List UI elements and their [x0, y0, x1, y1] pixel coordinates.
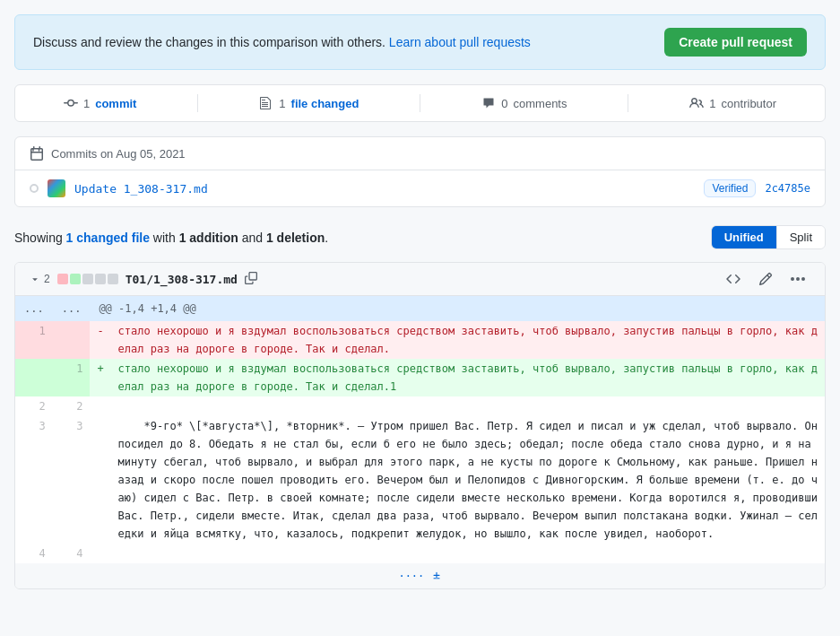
more-options-button[interactable]: [785, 270, 810, 288]
calendar-icon: [30, 146, 44, 161]
contributor-icon: [689, 96, 704, 110]
added-indicator: [70, 274, 81, 284]
context-line-3: 3 3 *9-го* \[*августа*\], *вторник*. — У…: [15, 416, 825, 544]
diff-table: ... ... @@ -1,4 +1,4 @@ 1 - стало нехоро…: [15, 296, 825, 588]
unchanged-indicator-3: [108, 274, 118, 284]
ctx4-content: [111, 544, 825, 563]
deletions-text: 1 deletion: [266, 231, 325, 245]
files-stat: 1 file changed: [259, 96, 359, 110]
deleted-line-content: стало нехорошо и я вздумал воспользовать…: [111, 321, 825, 359]
commits-stat: 1 commit: [64, 96, 136, 110]
ctx3-old-num: 3: [15, 416, 53, 544]
deleted-old-line-num: 1: [15, 321, 53, 359]
pull-request-banner: Discuss and review the changes in this c…: [14, 14, 826, 70]
hunk-line-num-2: ...: [53, 296, 91, 321]
banner-text: Discuss and review the changes in this c…: [33, 35, 531, 49]
commits-count: 1: [83, 97, 90, 110]
changed-file-link[interactable]: 1 changed file: [66, 231, 150, 245]
files-count: 1: [279, 97, 285, 110]
ctx2-content: [111, 396, 825, 416]
commit-dot: [30, 184, 39, 193]
diff-header-left: 2 T01/1_308-317.md: [30, 272, 257, 287]
contributors-count: 1: [709, 97, 715, 110]
deleted-line-row: 1 - стало нехорошо и я вздумал воспользо…: [15, 321, 825, 359]
files-link[interactable]: file changed: [291, 97, 359, 110]
hunk-header-content: @@ -1,4 +1,4 @@: [90, 296, 825, 321]
expand-dots: ····: [398, 570, 424, 582]
files-changed-header: Showing 1 changed file with 1 addition a…: [14, 222, 826, 253]
deleted-new-line-num: [53, 321, 91, 359]
copy-filename-button[interactable]: [245, 272, 257, 287]
collapse-button[interactable]: 2: [30, 273, 50, 285]
context-line-2: 2 2: [15, 396, 825, 416]
commits-date-header: Commits on Aug 05, 2021: [51, 147, 186, 161]
create-pull-request-button[interactable]: Create pull request: [664, 28, 807, 57]
ctx2-sign: [90, 396, 110, 416]
hunk-line-num-1: ...: [15, 296, 53, 321]
edit-file-button[interactable]: [753, 270, 778, 288]
commits-icon: [64, 96, 78, 110]
unchanged-indicator-1: [82, 274, 93, 284]
added-old-line-num: [15, 359, 53, 396]
code-icon: [726, 272, 740, 286]
ctx4-new-num: 4: [53, 544, 91, 563]
ctx4-old-num: 4: [15, 544, 53, 563]
commits-section: Commits on Aug 05, 2021 Update 1_308-317…: [14, 136, 826, 207]
added-line-content: стало нехорошо и я вздумал воспользовать…: [111, 359, 825, 396]
comments-icon: [481, 96, 496, 110]
ctx3-sign: [90, 416, 110, 544]
contributors-stat: 1 contributor: [689, 96, 776, 110]
deleted-indicator: [57, 274, 68, 284]
expand-icon: [431, 571, 442, 582]
commits-header: Commits on Aug 05, 2021: [15, 137, 825, 170]
view-toggle: Unified Split: [711, 225, 826, 249]
contributors-label: contributor: [722, 97, 776, 110]
split-view-button[interactable]: Split: [777, 226, 825, 248]
unified-view-button[interactable]: Unified: [712, 226, 777, 248]
stat-divider-2: [420, 94, 420, 112]
unchanged-indicator-2: [95, 274, 106, 284]
diff-file-header: 2 T01/1_308-317.md: [15, 263, 825, 296]
with-text: with: [153, 231, 176, 245]
ctx3-content: *9-го* \[*августа*\], *вторник*. — Утром…: [111, 416, 825, 544]
added-line-row: 1 + стало нехорошо и я вздумал воспользо…: [15, 359, 825, 396]
learn-about-pr-link[interactable]: Learn about pull requests: [389, 35, 531, 49]
ctx3-new-num: 3: [53, 416, 91, 544]
ctx2-old-num: 2: [15, 396, 53, 416]
hunk-header-row: ... ... @@ -1,4 +1,4 @@: [15, 296, 825, 321]
added-new-line-num: 1: [53, 359, 91, 396]
comments-count: 0: [501, 97, 507, 110]
file-name: T01/1_308-317.md: [126, 273, 238, 286]
edit-icon: [758, 272, 773, 286]
expand-row[interactable]: ····: [15, 563, 825, 588]
commit-row: Update 1_308-317.md Verified 2c4785e: [15, 170, 825, 206]
change-indicator: [57, 274, 118, 284]
files-summary-text: Showing 1 changed file with 1 addition a…: [14, 231, 328, 245]
hunk-range: @@ -1,4 +1,4 @@: [99, 302, 195, 315]
diff-file: 2 T01/1_308-317.md: [14, 262, 826, 589]
stat-divider-1: [197, 94, 198, 112]
chevron-down-icon: [30, 274, 40, 284]
add-sign: +: [90, 359, 110, 396]
comments-stat: 0 comments: [481, 96, 567, 110]
commits-link[interactable]: commit: [95, 97, 136, 110]
ctx2-new-num: 2: [53, 396, 91, 416]
stats-bar: 1 commit 1 file changed 0 comments: [14, 84, 826, 122]
ellipsis-icon: [791, 277, 805, 281]
file-icon: [259, 96, 273, 110]
changes-count: 2: [44, 273, 50, 285]
ctx4-sign: [90, 544, 110, 563]
and-text: and: [242, 231, 263, 245]
additions-text: 1 addition: [179, 231, 238, 245]
view-file-button[interactable]: [721, 270, 746, 288]
showing-text: Showing: [14, 231, 63, 245]
expand-content[interactable]: ····: [15, 563, 825, 588]
delete-sign: -: [90, 321, 110, 359]
stat-divider-3: [628, 94, 628, 112]
diff-header-right: [721, 270, 810, 288]
verified-badge: Verified: [704, 179, 756, 197]
commit-message-link[interactable]: Update 1_308-317.md: [74, 182, 695, 196]
commit-hash[interactable]: 2c4785e: [765, 182, 810, 195]
banner-description: Discuss and review the changes in this c…: [33, 35, 385, 49]
period-text: .: [325, 231, 328, 245]
